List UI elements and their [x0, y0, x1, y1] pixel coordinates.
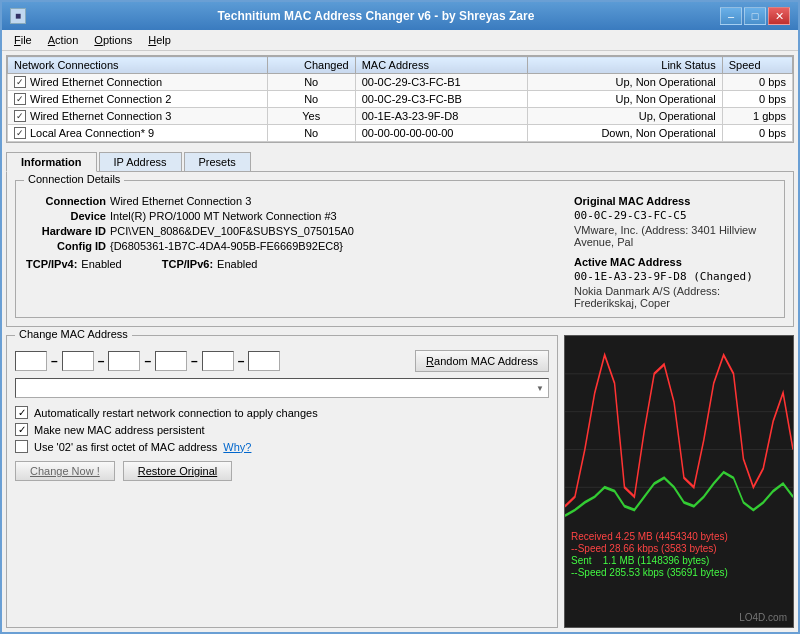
- first-octet-checkbox[interactable]: [15, 440, 28, 453]
- mac-octet-4[interactable]: [155, 351, 187, 371]
- svg-rect-0: [565, 336, 793, 525]
- tcpv4-label: TCP/IPv4:: [26, 258, 77, 270]
- tab-information[interactable]: Information: [6, 152, 97, 172]
- sent-label: Sent 1.1 MB (1148396 bytes): [571, 555, 787, 566]
- minimize-button[interactable]: –: [720, 7, 742, 25]
- row-name-2: ✓ Wired Ethernet Connection 3: [8, 108, 268, 125]
- col-mac-address: MAC Address: [355, 57, 528, 74]
- menu-help[interactable]: Help: [140, 32, 179, 48]
- tabs-area: Information IP Address Presets Connectio…: [6, 151, 794, 327]
- row-mac-2: 00-1E-A3-23-9F-D8: [355, 108, 528, 125]
- col-changed: Changed: [267, 57, 355, 74]
- row-conn-name-2: Wired Ethernet Connection 3: [30, 110, 171, 122]
- action-buttons: Change Now ! Restore Original: [15, 461, 549, 481]
- connection-value: Wired Ethernet Connection 3: [110, 195, 251, 207]
- checkbox-02-octet: Use '02' as first octet of MAC address W…: [15, 440, 549, 453]
- app-icon: ■: [10, 8, 26, 24]
- window-title: Technitium MAC Address Changer v6 - by S…: [32, 9, 720, 23]
- tcpv6-label: TCP/IPv6:: [162, 258, 213, 270]
- orig-mac-title: Original MAC Address: [574, 195, 774, 207]
- mac-octet-6[interactable]: [248, 351, 280, 371]
- row-checkbox-0[interactable]: ✓: [14, 76, 26, 88]
- mac-sep-4: –: [191, 354, 198, 368]
- change-now-button[interactable]: Change Now !: [15, 461, 115, 481]
- random-mac-button[interactable]: Random MAC Address: [415, 350, 549, 372]
- first-octet-label: Use '02' as first octet of MAC address: [34, 441, 217, 453]
- active-mac-title: Active MAC Address: [574, 256, 774, 268]
- connections-table: Network Connections Changed MAC Address …: [7, 56, 793, 142]
- config-id-value: {D6805361-1B7C-4DA4-905B-FE6669B92EC8}: [110, 240, 343, 252]
- orig-mac-value: 00-0C-29-C3-FC-C5: [574, 209, 774, 222]
- row-checkbox-2[interactable]: ✓: [14, 110, 26, 122]
- mac-octet-3[interactable]: [108, 351, 140, 371]
- main-window: ■ Technitium MAC Address Changer v6 - by…: [0, 0, 800, 634]
- row-name-3: ✓ Local Area Connection* 9: [8, 125, 268, 142]
- row-checkbox-1[interactable]: ✓: [14, 93, 26, 105]
- tabs-row: Information IP Address Presets: [6, 151, 794, 171]
- mac-octet-1[interactable]: [15, 351, 47, 371]
- row-speed-3: 0 bps: [722, 125, 792, 142]
- menu-options[interactable]: Options: [86, 32, 140, 48]
- row-changed-2: Yes: [267, 108, 355, 125]
- maximize-button[interactable]: □: [744, 7, 766, 25]
- row-checkbox-3[interactable]: ✓: [14, 127, 26, 139]
- active-mac-value: 00-1E-A3-23-9F-D8 (Changed): [574, 270, 774, 283]
- conn-details-label: Connection Details: [24, 173, 124, 185]
- chart-legend: Received 4.25 MB (4454340 bytes) --Speed…: [565, 527, 793, 583]
- mac-octet-2[interactable]: [62, 351, 94, 371]
- auto-restart-checkbox[interactable]: [15, 406, 28, 419]
- col-network-connections: Network Connections: [8, 57, 268, 74]
- tcpv6-value: Enabled: [217, 258, 257, 270]
- conn-details-right: Original MAC Address 00-0C-29-C3-FC-C5 V…: [574, 195, 774, 309]
- row-changed-1: No: [267, 91, 355, 108]
- menu-action[interactable]: Action: [40, 32, 87, 48]
- row-conn-name-1: Wired Ethernet Connection 2: [30, 93, 171, 105]
- connections-table-section: Network Connections Changed MAC Address …: [6, 55, 794, 143]
- table-row[interactable]: ✓ Local Area Connection* 9 No 00-00-00-0…: [8, 125, 793, 142]
- change-mac-group: Change MAC Address – – – – – Random MAC …: [6, 335, 558, 628]
- traffic-chart: [565, 336, 793, 525]
- hardware-id-label: Hardware ID: [26, 225, 106, 237]
- tab-content: Connection Details Connection Wired Ethe…: [6, 171, 794, 327]
- mac-dropdown[interactable]: [15, 378, 549, 398]
- sent-speed: --Speed 285.53 kbps (35691 bytes): [571, 567, 787, 578]
- mac-sep-1: –: [51, 354, 58, 368]
- table-row[interactable]: ✓ Wired Ethernet Connection 2 No 00-0C-2…: [8, 91, 793, 108]
- device-value: Intel(R) PRO/1000 MT Network Connection …: [110, 210, 337, 222]
- why-link[interactable]: Why?: [223, 441, 251, 453]
- persistent-label: Make new MAC address persistent: [34, 424, 205, 436]
- tab-ip-address[interactable]: IP Address: [99, 152, 182, 172]
- hardware-id-value: PCI\VEN_8086&DEV_100F&SUBSYS_075015A0: [110, 225, 354, 237]
- menu-file[interactable]: File: [6, 32, 40, 48]
- active-mac-vendor: Nokia Danmark A/S (Address: Frederikskaj…: [574, 285, 774, 309]
- table-row[interactable]: ✓ Wired Ethernet Connection 3 Yes 00-1E-…: [8, 108, 793, 125]
- tab-presets[interactable]: Presets: [184, 152, 251, 172]
- title-bar: ■ Technitium MAC Address Changer v6 - by…: [2, 2, 798, 30]
- mac-octet-5[interactable]: [202, 351, 234, 371]
- restore-original-button[interactable]: Restore Original: [123, 461, 232, 481]
- row-mac-1: 00-0C-29-C3-FC-BB: [355, 91, 528, 108]
- row-speed-2: 1 gbps: [722, 108, 792, 125]
- row-name-0: ✓ Wired Ethernet Connection: [8, 74, 268, 91]
- mac-input-row: – – – – – Random MAC Address: [15, 350, 549, 372]
- watermark: LO4D.com: [739, 612, 787, 623]
- row-link-2: Up, Operational: [528, 108, 722, 125]
- bottom-area: Change MAC Address – – – – – Random MAC …: [6, 335, 794, 628]
- table-row[interactable]: ✓ Wired Ethernet Connection No 00-0C-29-…: [8, 74, 793, 91]
- orig-mac-vendor: VMware, Inc. (Address: 3401 Hillview Ave…: [574, 224, 774, 248]
- close-button[interactable]: ✕: [768, 7, 790, 25]
- mac-sep-3: –: [144, 354, 151, 368]
- row-speed-1: 0 bps: [722, 91, 792, 108]
- row-link-1: Up, Non Operational: [528, 91, 722, 108]
- received-speed: --Speed 28.66 kbps (3583 bytes): [571, 543, 787, 554]
- row-link-3: Down, Non Operational: [528, 125, 722, 142]
- checkbox-auto-restart: Automatically restart network connection…: [15, 406, 549, 419]
- row-conn-name-0: Wired Ethernet Connection: [30, 76, 162, 88]
- mac-sep-5: –: [238, 354, 245, 368]
- row-conn-name-3: Local Area Connection* 9: [30, 127, 154, 139]
- mac-sep-2: –: [98, 354, 105, 368]
- connection-details-group: Connection Details Connection Wired Ethe…: [15, 180, 785, 318]
- change-mac-label: Change MAC Address: [15, 328, 132, 340]
- persistent-checkbox[interactable]: [15, 423, 28, 436]
- chart-area: Received 4.25 MB (4454340 bytes) --Speed…: [564, 335, 794, 628]
